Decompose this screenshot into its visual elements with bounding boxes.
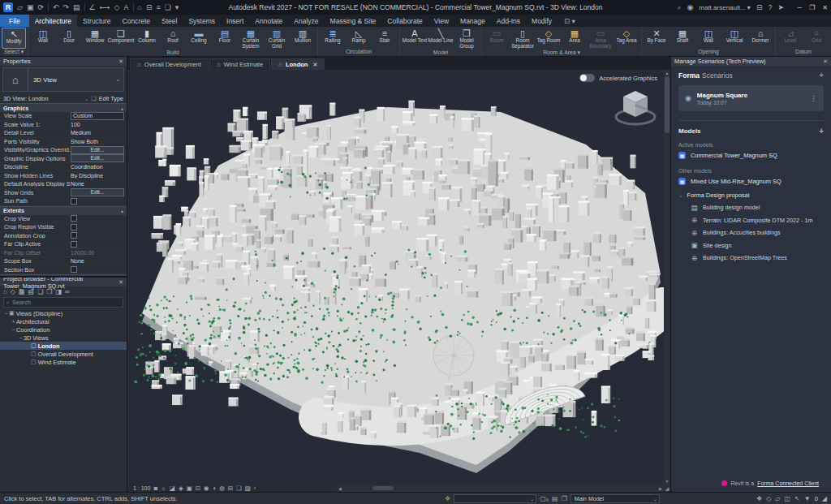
- editable-only-icon[interactable]: ▢₀: [540, 495, 549, 502]
- account-name[interactable]: matt.arsenault... ▾: [699, 4, 751, 11]
- property-checkbox[interactable]: [71, 232, 77, 239]
- properties-close-icon[interactable]: ✕: [118, 58, 123, 65]
- active-workset-dropdown[interactable]: ⌄: [454, 494, 536, 503]
- undo-icon[interactable]: ↶: [53, 4, 59, 11]
- design-options-dropdown[interactable]: Main Model⌄: [571, 494, 660, 503]
- forma-design-proposal-row[interactable]: ⌄ Forma Design proposal: [678, 189, 824, 201]
- modify-panel-toggle[interactable]: ⊡ ▾: [558, 15, 582, 27]
- ribbon-button-wall[interactable]: ◫Wall: [30, 28, 56, 50]
- help-icon[interactable]: ?: [768, 4, 772, 11]
- filter-icon[interactable]: ▼: [804, 495, 811, 502]
- type-selector[interactable]: ⌂ 3D View ⌄: [2, 67, 124, 92]
- lock-3d-view-icon[interactable]: ◉: [204, 485, 209, 492]
- thin-lines-icon[interactable]: ≡: [157, 4, 161, 11]
- ribbon-button-model-text[interactable]: AModel Text: [402, 28, 428, 50]
- property-checkbox[interactable]: [71, 215, 77, 222]
- render-icon[interactable]: ◈: [179, 485, 183, 492]
- vertical-scroll-thumb[interactable]: [665, 76, 670, 133]
- project-browser-header[interactable]: Project Browser - Commercial Tower_Magnu…: [0, 278, 127, 286]
- visual-style-icon[interactable]: ◙: [153, 485, 157, 492]
- horizontal-scroll-thumb[interactable]: [372, 486, 394, 490]
- forma-panel-header[interactable]: Manage Scenarios (Tech Preview) ✕: [671, 57, 831, 66]
- ribbon-tab-systems[interactable]: Systems: [183, 15, 221, 27]
- redo-icon[interactable]: ↷: [63, 4, 70, 11]
- tree-item-overall-development[interactable]: ▢Overall Development: [0, 350, 127, 358]
- property-edit-button[interactable]: Edit...: [71, 146, 124, 154]
- edit-type-button[interactable]: Edit Type: [99, 95, 123, 102]
- property-edit-button[interactable]: Edit...: [71, 154, 124, 162]
- ribbon-button-vertical[interactable]: ◫Vertical: [721, 28, 747, 49]
- switch-windows-icon[interactable]: ❏: [165, 4, 171, 11]
- worksharing-display-icon[interactable]: ⊟: [228, 485, 233, 492]
- pb-families-icon[interactable]: ❏: [37, 288, 43, 295]
- property-checkbox[interactable]: [71, 224, 77, 230]
- search-icon[interactable]: ⌕: [677, 4, 681, 11]
- ribbon-button-by-face[interactable]: ✕By Face: [644, 28, 670, 49]
- resize-grip[interactable]: ◢: [664, 485, 670, 492]
- ribbon-tab-manage[interactable]: Manage: [454, 15, 491, 27]
- property-checkbox[interactable]: [71, 198, 77, 205]
- view-tab-overall-development[interactable]: ⌂Overall Development: [130, 58, 209, 70]
- ribbon-button-floor[interactable]: ▤Floor: [212, 28, 238, 50]
- tree-expander-icon[interactable]: −: [3, 311, 9, 317]
- proposal-item-terrain-lidar-composite-dtm-2022-1m[interactable]: ⊕Terrain: LIDAR Composite DTM 2022 - 1m: [678, 214, 824, 227]
- ribbon-group-label-select[interactable]: Select ▾: [2, 49, 26, 56]
- view-tab-close-icon[interactable]: ✕: [312, 62, 317, 68]
- ribbon-tab-view[interactable]: View: [428, 15, 454, 27]
- ribbon-button-railing[interactable]: ≣Railing: [320, 28, 346, 49]
- measure-icon[interactable]: ∠: [89, 4, 96, 11]
- model-item-mixed-use-mid-rise-magnum-sq[interactable]: ▦Mixed Use Mid-Rise_Magnum SQ: [678, 175, 824, 187]
- property-value[interactable]: 12000.00: [71, 250, 127, 256]
- property-edit-button[interactable]: Edit...: [71, 188, 124, 196]
- proposal-item-site-design[interactable]: ▣Site design: [678, 239, 824, 252]
- ribbon-tab-modify[interactable]: Modify: [526, 15, 558, 27]
- ribbon-tab-annotate[interactable]: Annotate: [249, 15, 288, 27]
- sun-path-icon[interactable]: ☼: [161, 485, 166, 492]
- default-3d-view-icon[interactable]: ⌂: [138, 4, 142, 11]
- ribbon-button-component[interactable]: ❑Component: [108, 28, 134, 50]
- proposal-item-buildings-accucities-buildings[interactable]: ⊕Buildings: Accucities buildings: [678, 226, 824, 239]
- ribbon-button-mullion[interactable]: ▥Mullion: [290, 28, 316, 50]
- property-value[interactable]: Coordination: [71, 164, 127, 170]
- ribbon-tab-steel[interactable]: Steel: [156, 15, 183, 27]
- ribbon-tab-collaborate[interactable]: Collaborate: [381, 15, 428, 27]
- pb-schedules-icon[interactable]: ▤: [28, 288, 35, 295]
- property-group-extents[interactable]: Extents▴: [0, 206, 127, 215]
- property-value[interactable]: None: [71, 181, 127, 187]
- ribbon-button-tag-area[interactable]: ◇Tag Area: [614, 28, 639, 50]
- ribbon-button-ceiling[interactable]: ▬Ceiling: [186, 28, 212, 50]
- pb-links-icon[interactable]: ◨: [55, 288, 62, 295]
- property-value[interactable]: 100: [71, 122, 127, 127]
- ribbon-button-model-group[interactable]: ❒Model Group: [454, 28, 480, 50]
- view-name-chevron-icon[interactable]: ⌄: [84, 96, 88, 101]
- proposal-item-building-design-model[interactable]: ▤Building design model: [678, 201, 824, 214]
- ribbon-button-shaft[interactable]: ▦Shaft: [670, 28, 695, 49]
- ribbon-button-curtain-grid[interactable]: ▥Curtain Grid: [264, 28, 290, 50]
- forma-panel-close-icon[interactable]: ✕: [823, 58, 828, 65]
- shadows-icon[interactable]: ◪: [170, 485, 175, 492]
- minimize-button[interactable]: ─: [797, 4, 802, 11]
- ribbon-button-tag-room[interactable]: ◇Tag Room: [536, 28, 562, 50]
- pb-home-icon[interactable]: ⌂: [3, 288, 7, 295]
- proposal-item-buildings-openstreetmap-trees[interactable]: ⊕Buildings: OpenStreetMap Trees: [678, 252, 824, 265]
- toggle-pill[interactable]: [579, 74, 595, 82]
- expand-viewbar-icon[interactable]: ‹: [254, 485, 256, 492]
- view-scale-control[interactable]: 1 : 100: [133, 485, 150, 491]
- ribbon-button-stair[interactable]: ≡Stair: [372, 28, 398, 49]
- forma-connected-client-link[interactable]: Forma Connected Client: [757, 480, 819, 486]
- share-icon[interactable]: ➤: [777, 4, 784, 11]
- property-checkbox[interactable]: [71, 241, 77, 248]
- design-option-doc-icon-0[interactable]: ▤: [552, 495, 558, 502]
- ribbon-button-column[interactable]: ▮Column: [134, 28, 160, 50]
- print-icon[interactable]: ▤: [73, 4, 80, 11]
- analysis-display-icon[interactable]: ▨: [245, 485, 251, 492]
- drag-on-selection-icon[interactable]: ↖: [794, 495, 800, 502]
- accelerated-graphics-toggle[interactable]: Accelerated Graphics: [579, 74, 657, 82]
- scroll-left-icon[interactable]: ◀: [337, 486, 343, 491]
- tree-item-london[interactable]: ▢London: [0, 342, 127, 350]
- drawing-area[interactable]: Accelerated Graphics FRONT ▲ ▼ ◀ ▶: [127, 70, 670, 492]
- type-chevron-icon[interactable]: ⌄: [115, 76, 123, 83]
- ribbon-button-area[interactable]: ▦Area: [562, 28, 588, 50]
- ribbon-button-model-line[interactable]: ╲Model Line: [428, 28, 454, 50]
- group-collapse-icon[interactable]: ▴: [121, 106, 123, 111]
